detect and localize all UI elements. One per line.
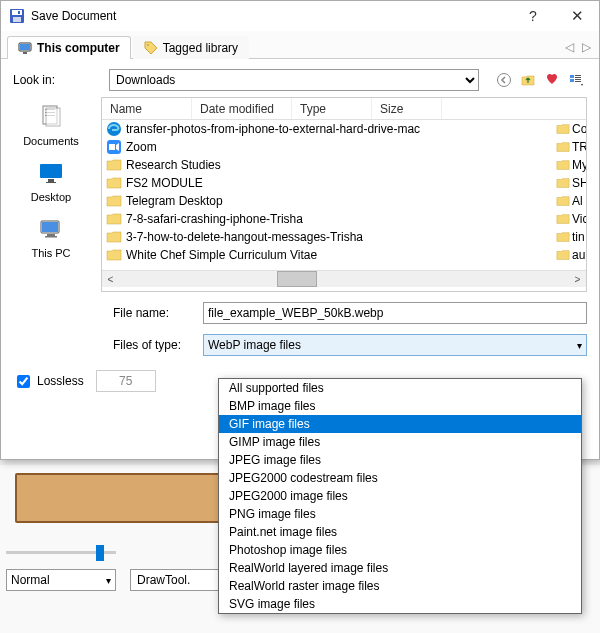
bottom-fields: File name: Files of type: WebP image fil… bbox=[1, 292, 599, 370]
titlebar: Save Document ? ✕ bbox=[1, 1, 599, 31]
tab-label: This computer bbox=[37, 41, 120, 55]
place-desktop[interactable]: Desktop bbox=[31, 157, 71, 203]
file-name: transfer-photos-from-iphone-to-external-… bbox=[126, 122, 420, 136]
folder-icon bbox=[106, 193, 122, 209]
svg-rect-10 bbox=[570, 79, 574, 82]
file-row[interactable]: Zoom bbox=[102, 138, 586, 156]
scroll-thumb[interactable] bbox=[277, 271, 317, 287]
filetype-selected: WebP image files bbox=[208, 338, 301, 352]
filename-input[interactable] bbox=[203, 302, 587, 324]
quality-input[interactable]: 75 bbox=[96, 370, 156, 392]
look-in-label: Look in: bbox=[13, 73, 103, 87]
zoom-icon bbox=[106, 139, 122, 155]
file-name: Zoom bbox=[126, 140, 157, 154]
place-label: Desktop bbox=[31, 191, 71, 203]
file-row[interactable]: White Chef Simple Curriculum Vitae bbox=[102, 246, 586, 264]
slider-thumb[interactable] bbox=[96, 545, 104, 561]
look-in-select[interactable]: Downloads bbox=[109, 69, 479, 91]
dropdown-item[interactable]: GIF image files bbox=[219, 415, 581, 433]
tab-nav-next[interactable]: ▷ bbox=[580, 40, 593, 54]
dropdown-item[interactable]: Photoshop image files bbox=[219, 541, 581, 559]
column-type[interactable]: Type bbox=[292, 98, 372, 119]
folder-icon bbox=[106, 247, 122, 263]
dropdown-item[interactable]: PNG image files bbox=[219, 505, 581, 523]
places-bar: Documents Desktop This PC bbox=[1, 97, 101, 292]
file-row[interactable]: FS2 MODULE bbox=[102, 174, 586, 192]
svg-rect-12 bbox=[575, 77, 581, 78]
place-label: Documents bbox=[23, 135, 79, 147]
svg-rect-19 bbox=[46, 108, 60, 126]
dropdown-item[interactable]: GIMP image files bbox=[219, 433, 581, 451]
lossless-checkbox[interactable]: Lossless bbox=[13, 372, 84, 391]
tab-tagged-library[interactable]: Tagged library bbox=[133, 36, 249, 59]
dropdown-item[interactable]: BMP image files bbox=[219, 397, 581, 415]
file-row[interactable]: Research Studies bbox=[102, 156, 586, 174]
lossless-check-input[interactable] bbox=[17, 375, 30, 388]
close-button[interactable]: ✕ bbox=[555, 2, 599, 30]
folder-icon bbox=[106, 175, 122, 191]
view-menu-button[interactable] bbox=[565, 69, 587, 91]
svg-rect-11 bbox=[575, 75, 581, 76]
file-list: Name Date modified Type Size transfer-ph… bbox=[101, 97, 587, 292]
tag-icon bbox=[144, 41, 158, 55]
dropdown-item[interactable]: SVG image files bbox=[219, 595, 581, 613]
lossless-label: Lossless bbox=[37, 374, 84, 388]
column-name[interactable]: Name bbox=[102, 98, 192, 119]
scroll-right-button[interactable]: > bbox=[569, 271, 586, 288]
dropdown-item[interactable]: JPEG image files bbox=[219, 451, 581, 469]
column-date[interactable]: Date modified bbox=[192, 98, 292, 119]
svg-rect-5 bbox=[20, 44, 30, 50]
svg-rect-3 bbox=[18, 11, 20, 14]
svg-rect-2 bbox=[13, 17, 21, 22]
column-headers: Name Date modified Type Size bbox=[102, 98, 586, 120]
svg-point-7 bbox=[147, 44, 149, 46]
dropdown-item[interactable]: JPEG2000 image files bbox=[219, 487, 581, 505]
folder-icon bbox=[106, 157, 122, 173]
horizontal-scrollbar[interactable]: < > bbox=[102, 270, 586, 287]
computer-icon bbox=[18, 41, 32, 55]
filetype-dropdown: All supported files BMP image files GIF … bbox=[218, 378, 582, 614]
save-icon bbox=[9, 8, 25, 24]
tab-this-computer[interactable]: This computer bbox=[7, 36, 131, 59]
filetype-select[interactable]: WebP image files ▾ bbox=[203, 334, 587, 356]
svg-rect-13 bbox=[575, 79, 581, 80]
place-documents[interactable]: Documents bbox=[23, 101, 79, 147]
documents-icon bbox=[35, 101, 67, 133]
scroll-left-button[interactable]: < bbox=[102, 271, 119, 288]
dropdown-item[interactable]: RealWorld layered image files bbox=[219, 559, 581, 577]
dropdown-item[interactable]: RealWorld raster image files bbox=[219, 577, 581, 595]
svg-rect-1 bbox=[12, 10, 22, 15]
file-row[interactable]: Telegram Desktop bbox=[102, 192, 586, 210]
tab-label: Tagged library bbox=[163, 41, 238, 55]
opacity-slider[interactable] bbox=[6, 543, 116, 563]
dropdown-item[interactable]: JPEG2000 codestream files bbox=[219, 469, 581, 487]
file-name: White Chef Simple Curriculum Vitae bbox=[126, 248, 317, 262]
chevron-down-icon: ▾ bbox=[106, 575, 111, 586]
file-row[interactable]: transfer-photos-from-iphone-to-external-… bbox=[102, 120, 586, 138]
svg-point-8 bbox=[498, 74, 511, 87]
edge-icon bbox=[106, 121, 122, 137]
column-size[interactable]: Size bbox=[372, 98, 442, 119]
file-name: Research Studies bbox=[126, 158, 221, 172]
thispc-icon bbox=[35, 213, 67, 245]
help-button[interactable]: ? bbox=[511, 2, 555, 30]
svg-rect-22 bbox=[46, 182, 56, 183]
filetype-label: Files of type: bbox=[113, 338, 203, 352]
svg-rect-26 bbox=[45, 236, 57, 238]
file-name: 7-8-safari-crashing-iphone-Trisha bbox=[126, 212, 303, 226]
desktop-icon bbox=[35, 157, 67, 189]
place-thispc[interactable]: This PC bbox=[31, 213, 70, 259]
favorite-button[interactable] bbox=[541, 69, 563, 91]
svg-rect-20 bbox=[40, 164, 62, 178]
blend-mode-select[interactable]: Normal ▾ bbox=[6, 569, 116, 591]
file-name: 3-7-how-to-delete-hangout-messages-Trish… bbox=[126, 230, 363, 244]
up-folder-button[interactable] bbox=[517, 69, 539, 91]
dropdown-item[interactable]: Paint.net image files bbox=[219, 523, 581, 541]
file-row[interactable]: 7-8-safari-crashing-iphone-Trisha bbox=[102, 210, 586, 228]
folder-icon bbox=[106, 211, 122, 227]
file-name: FS2 MODULE bbox=[126, 176, 203, 190]
dropdown-item[interactable]: All supported files bbox=[219, 379, 581, 397]
tab-nav-prev[interactable]: ◁ bbox=[563, 40, 576, 54]
file-row[interactable]: 3-7-how-to-delete-hangout-messages-Trish… bbox=[102, 228, 586, 246]
back-button[interactable] bbox=[493, 69, 515, 91]
